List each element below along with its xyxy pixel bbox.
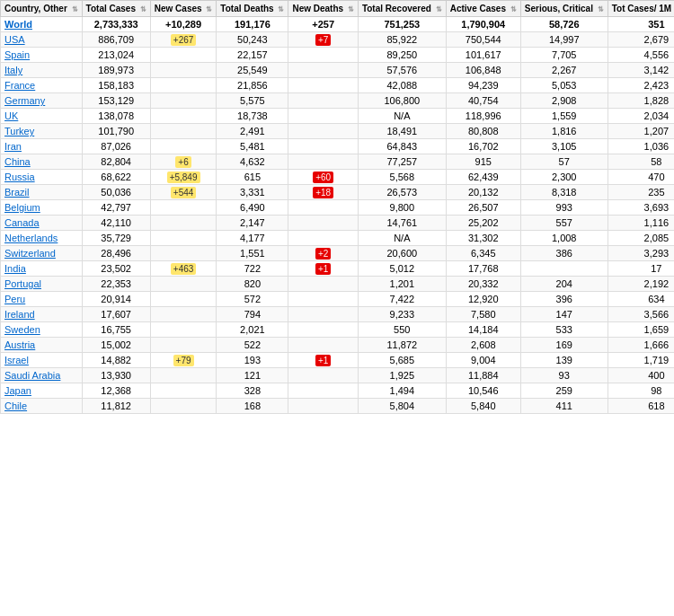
- country-cell[interactable]: Austria: [1, 338, 83, 353]
- data-cell: +257: [288, 17, 358, 32]
- data-cell: 5,481: [217, 139, 288, 154]
- country-cell[interactable]: Saudi Arabia: [1, 368, 83, 383]
- new-deaths-badge: +1: [315, 355, 331, 366]
- data-cell: 77,257: [358, 154, 446, 170]
- column-header[interactable]: Total Deaths ⇅: [217, 1, 288, 17]
- country-cell[interactable]: UK: [1, 109, 83, 124]
- data-cell: [288, 368, 358, 383]
- data-cell: [150, 246, 217, 261]
- data-cell: 2,908: [520, 93, 607, 109]
- country-cell[interactable]: World: [1, 17, 83, 32]
- data-cell: 13,930: [82, 368, 150, 383]
- data-cell: 1,008: [520, 231, 607, 246]
- country-cell[interactable]: Peru: [1, 292, 83, 307]
- data-cell: 17,768: [446, 261, 520, 277]
- data-cell: [288, 338, 358, 353]
- data-cell: 2,608: [446, 338, 520, 353]
- data-cell: 9,800: [358, 200, 446, 216]
- data-cell: 2,300: [520, 170, 607, 185]
- table-row: Russia68,622+5,849615+605,56862,4392,300…: [1, 170, 675, 185]
- country-cell[interactable]: Russia: [1, 170, 83, 185]
- data-cell: 8,318: [520, 185, 607, 200]
- data-cell: 615: [217, 170, 288, 185]
- sort-icon: ⇅: [140, 5, 146, 13]
- data-cell: 25,549: [217, 63, 288, 78]
- country-cell[interactable]: Canada: [1, 216, 83, 231]
- country-cell[interactable]: Japan: [1, 383, 83, 399]
- data-cell: 2,491: [217, 124, 288, 139]
- country-cell[interactable]: China: [1, 154, 83, 170]
- column-header[interactable]: Tot Cases/ 1M pop ⇅: [607, 1, 674, 17]
- country-cell[interactable]: France: [1, 78, 83, 93]
- data-cell: 42,797: [82, 200, 150, 216]
- data-cell: [288, 231, 358, 246]
- data-cell: 18,738: [217, 109, 288, 124]
- table-row: Israel14,882+79193+15,6859,0041391,71922…: [1, 353, 675, 368]
- column-header[interactable]: Country, Other ⇅: [1, 1, 83, 17]
- data-cell: 411: [520, 399, 607, 414]
- data-cell: 62,439: [446, 170, 520, 185]
- data-cell: 2,267: [520, 63, 607, 78]
- table-row: Iran87,0265,48164,84316,7023,1051,036653…: [1, 139, 675, 154]
- country-cell[interactable]: Germany: [1, 93, 83, 109]
- data-cell: 1,666: [607, 338, 674, 353]
- country-cell[interactable]: Iran: [1, 139, 83, 154]
- country-cell[interactable]: Ireland: [1, 307, 83, 322]
- data-cell: 89,250: [358, 48, 446, 63]
- data-cell: 396: [520, 292, 607, 307]
- country-cell[interactable]: Israel: [1, 353, 83, 368]
- data-cell: [288, 154, 358, 170]
- country-cell[interactable]: Spain: [1, 48, 83, 63]
- country-cell[interactable]: Italy: [1, 63, 83, 78]
- data-cell: 1,201: [358, 277, 446, 292]
- table-row: Switzerland28,4961,551+220,6006,3453863,…: [1, 246, 675, 261]
- data-cell: 3,566: [607, 307, 674, 322]
- data-cell: 9,004: [446, 353, 520, 368]
- data-cell: 1,828: [607, 93, 674, 109]
- country-cell[interactable]: Sweden: [1, 322, 83, 338]
- new-deaths-badge: +7: [315, 34, 331, 46]
- new-deaths-badge: +60: [313, 172, 333, 183]
- data-cell: 12,368: [82, 383, 150, 399]
- country-cell[interactable]: Netherlands: [1, 231, 83, 246]
- data-cell: +463: [150, 261, 217, 277]
- table-row: Spain213,02422,15789,250101,6177,7054,55…: [1, 48, 675, 63]
- data-cell: 18,491: [358, 124, 446, 139]
- country-cell[interactable]: Switzerland: [1, 246, 83, 261]
- table-row: Belgium42,7976,4909,80026,5079933,693560…: [1, 200, 675, 216]
- data-cell: 58: [607, 154, 674, 170]
- country-cell[interactable]: Portugal: [1, 277, 83, 292]
- data-cell: 5,804: [358, 399, 446, 414]
- table-row: Ireland17,6077949,2337,5801473,566161111…: [1, 307, 675, 322]
- new-deaths-badge: +18: [313, 187, 333, 198]
- data-cell: 259: [520, 383, 607, 399]
- data-cell: 4,556: [607, 48, 674, 63]
- country-cell[interactable]: Chile: [1, 399, 83, 414]
- column-header[interactable]: Total Cases ⇅: [82, 1, 150, 17]
- data-cell: [288, 124, 358, 139]
- data-cell: 15,002: [82, 338, 150, 353]
- data-cell: [150, 48, 217, 63]
- new-cases-badge: +544: [171, 187, 197, 198]
- country-cell[interactable]: Belgium: [1, 200, 83, 216]
- data-cell: 11,872: [358, 338, 446, 353]
- column-header[interactable]: Active Cases ⇅: [446, 1, 520, 17]
- data-cell: +7: [288, 32, 358, 48]
- data-cell: 50,243: [217, 32, 288, 48]
- column-header[interactable]: New Cases ⇅: [150, 1, 217, 17]
- column-header[interactable]: Total Recovered ⇅: [358, 1, 446, 17]
- country-cell[interactable]: USA: [1, 32, 83, 48]
- data-cell: 106,800: [358, 93, 446, 109]
- new-deaths-badge: +2: [315, 248, 331, 260]
- new-cases-badge: +267: [171, 34, 197, 46]
- data-cell: [150, 63, 217, 78]
- column-header[interactable]: Serious, Critical ⇅: [520, 1, 607, 17]
- data-cell: 386: [520, 246, 607, 261]
- country-cell[interactable]: Turkey: [1, 124, 83, 139]
- table-row: China82,804+64,63277,25791557583: [1, 154, 675, 170]
- data-cell: +60: [288, 170, 358, 185]
- country-cell[interactable]: Brazil: [1, 185, 83, 200]
- column-header[interactable]: New Deaths ⇅: [288, 1, 358, 17]
- country-cell[interactable]: India: [1, 261, 83, 277]
- data-cell: 6,345: [446, 246, 520, 261]
